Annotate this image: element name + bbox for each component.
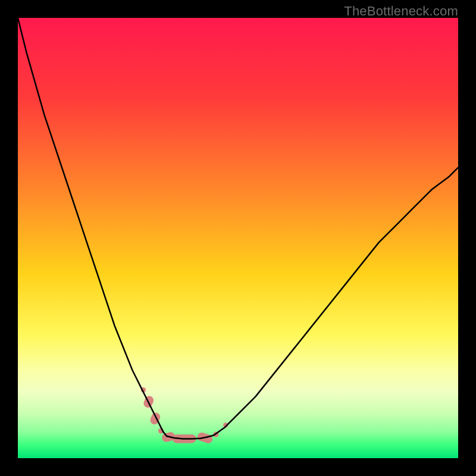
series-left-branch	[18, 18, 167, 436]
lines-group	[18, 18, 458, 439]
series-right-branch	[214, 168, 458, 436]
plot-area	[18, 18, 458, 458]
markers-group	[141, 387, 228, 444]
watermark-text: TheBottleneck.com	[344, 4, 458, 19]
chart-frame: TheBottleneck.com	[0, 0, 476, 476]
curve-layer	[18, 18, 458, 458]
